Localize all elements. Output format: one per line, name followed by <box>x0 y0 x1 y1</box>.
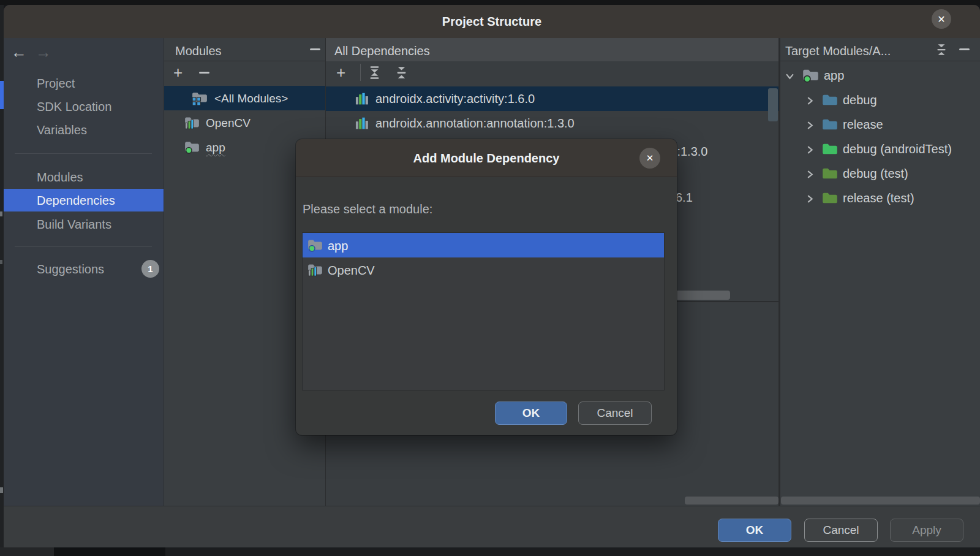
olive-folder-icon <box>822 191 838 205</box>
sidebar-item-build-variants[interactable]: Build Variants <box>37 218 111 230</box>
tree-row-label[interactable]: app <box>824 69 844 82</box>
sidebar-divider <box>15 153 152 154</box>
chevron-down-icon[interactable] <box>785 72 794 81</box>
tree-row-label[interactable]: release <box>843 118 883 131</box>
chevron-right-icon[interactable] <box>805 121 815 130</box>
tree-row-label[interactable]: release (test) <box>843 192 914 204</box>
remove-module-button[interactable] <box>199 72 209 74</box>
close-icon: ✕ <box>646 153 654 164</box>
android-module-folder-icon <box>307 238 323 252</box>
toolbar-divider <box>360 64 361 81</box>
sidebar-item-dependencies[interactable]: Dependencies <box>37 194 115 207</box>
dependency-row-partial[interactable]: l:1.3.0 <box>674 145 707 158</box>
dependency-row-label[interactable]: androidx.annotation:annotation:1.3.0 <box>375 117 575 129</box>
cancel-button[interactable]: Cancel <box>804 519 878 542</box>
olive-folder-icon <box>822 167 838 180</box>
chevron-right-icon[interactable] <box>805 170 815 179</box>
all-modules-folder-icon <box>192 91 208 105</box>
blue-folder-icon <box>822 93 838 107</box>
forward-arrow-icon: → <box>36 43 51 61</box>
blue-folder-icon <box>822 118 838 131</box>
background-bottom-fragment <box>54 547 165 556</box>
dependencies-lower-scrollbar-thumb[interactable] <box>685 497 778 505</box>
chevron-right-icon[interactable] <box>805 145 815 154</box>
module-row-label[interactable]: app <box>206 142 225 153</box>
android-module-folder-icon <box>184 140 200 154</box>
modal-ok-button[interactable]: OK <box>495 402 567 425</box>
close-icon: ✕ <box>937 13 945 25</box>
target-panel-horizontal-scrollbar-thumb[interactable] <box>781 497 980 505</box>
cancel-button-label: Cancel <box>823 524 859 537</box>
tree-row-label[interactable]: debug (androidTest) <box>843 143 952 155</box>
green-folder-icon <box>822 142 838 156</box>
dependencies-horizontal-scrollbar-thumb[interactable] <box>673 291 730 300</box>
modal-list-row-label[interactable]: app <box>328 240 348 252</box>
tree-row-label[interactable]: debug <box>843 94 877 106</box>
hide-panel-icon[interactable] <box>959 48 970 50</box>
window-close-button[interactable]: ✕ <box>932 9 951 29</box>
modal-message: Please select a module: <box>303 203 432 215</box>
forward-button[interactable]: → <box>36 43 51 62</box>
chevron-right-icon[interactable] <box>805 194 815 204</box>
module-row-label[interactable]: <All Modules> <box>214 93 288 104</box>
library-icon <box>355 116 370 129</box>
library-module-folder-icon <box>307 263 323 276</box>
screen: Project Structure ✕ ← → Project SDK Loca… <box>0 0 980 556</box>
dependency-row-partial[interactable]: 6.1 <box>676 191 693 204</box>
sidebar-divider <box>15 246 152 247</box>
hide-panel-icon[interactable] <box>310 48 320 50</box>
dependencies-vertical-scrollbar-thumb[interactable] <box>768 88 778 121</box>
ok-button-label: OK <box>746 524 764 537</box>
add-dependency-button[interactable]: + <box>336 64 345 80</box>
sidebar-item-modules[interactable]: Modules <box>37 171 83 183</box>
background-fragment <box>0 487 3 493</box>
background-fragment <box>0 260 2 264</box>
dependencies-panel-title: All Dependencies <box>334 44 430 58</box>
target-panel-title: Target Modules/A... <box>785 44 891 58</box>
badge-count: 1 <box>148 264 153 274</box>
tree-row-label[interactable]: debug (test) <box>843 167 908 180</box>
library-module-folder-icon <box>184 116 200 129</box>
sidebar-item-project[interactable]: Project <box>37 77 75 89</box>
apply-button[interactable]: Apply <box>890 519 963 542</box>
collapse-all-icon[interactable] <box>394 66 409 80</box>
modal-ok-label: OK <box>522 406 540 420</box>
modal-title: Add Module Dependency <box>296 151 677 166</box>
modules-panel-title: Modules <box>175 44 222 58</box>
modal-list-row-app[interactable] <box>303 233 664 257</box>
modal-cancel-label: Cancel <box>597 406 633 420</box>
modal-list-row-label[interactable]: OpenCV <box>328 264 375 276</box>
back-button[interactable]: ← <box>11 43 27 62</box>
sidebar-item-sdk-location[interactable]: SDK Location <box>37 101 111 113</box>
apply-button-label: Apply <box>912 524 941 537</box>
window-title: Project Structure <box>4 15 980 29</box>
dependency-row-label[interactable]: androidx.activity:activity:1.6.0 <box>375 93 535 105</box>
background-bottom-fragment <box>0 547 54 556</box>
module-row-label[interactable]: OpenCV <box>206 117 251 129</box>
background-fragment <box>0 211 2 216</box>
collapse-all-icon[interactable] <box>935 43 948 56</box>
library-icon <box>355 92 370 105</box>
suggestions-count-badge: 1 <box>141 260 159 278</box>
sidebar-item-variables[interactable]: Variables <box>37 124 87 136</box>
background-window-top-strip <box>0 0 980 5</box>
sidebar-item-suggestions[interactable]: Suggestions <box>37 263 104 275</box>
ok-button[interactable]: OK <box>718 519 791 542</box>
chevron-right-icon[interactable] <box>805 96 815 105</box>
modal-cancel-button[interactable]: Cancel <box>578 402 652 425</box>
expand-all-icon[interactable] <box>368 66 382 80</box>
back-arrow-icon: ← <box>11 43 27 61</box>
modal-close-button[interactable]: ✕ <box>639 148 660 169</box>
android-module-folder-icon <box>802 68 819 83</box>
add-module-button[interactable]: + <box>173 64 183 80</box>
